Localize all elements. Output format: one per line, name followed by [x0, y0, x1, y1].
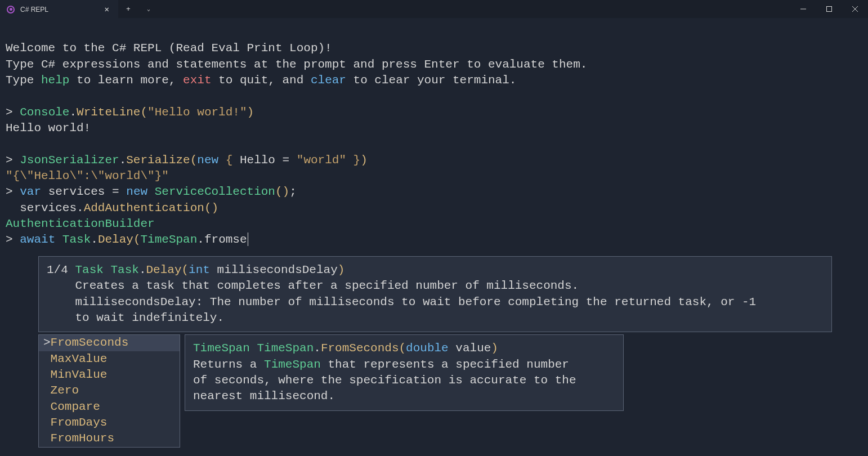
code-paren: (: [190, 154, 198, 167]
code-semi: ;: [289, 185, 297, 198]
code-method: Serialize: [126, 154, 190, 167]
code-method: WriteLine: [77, 106, 140, 119]
intro-text: to clear your terminal.: [346, 74, 516, 87]
completion-item-fromseconds[interactable]: >FromSeconds: [39, 335, 180, 351]
code-prop: Hello: [240, 154, 283, 167]
intro-text: to quit, and: [212, 74, 311, 87]
code-typed: fromse: [204, 233, 247, 246]
code-paren: (): [204, 202, 218, 214]
svg-rect-1: [827, 7, 832, 12]
sig-indent: [47, 279, 75, 292]
md-desc: that represents a specified number: [321, 358, 569, 371]
code-paren: ): [360, 154, 368, 167]
help-keyword: help: [41, 74, 69, 87]
md-type-ref: TimeSpan: [264, 358, 321, 371]
code-paren: (: [140, 106, 147, 119]
code-dot: .: [197, 233, 204, 246]
tab-title: C# REPL: [20, 6, 97, 14]
window-controls: [790, 0, 868, 18]
minimize-button[interactable]: [790, 0, 816, 18]
code-eq: =: [283, 154, 297, 167]
overload-count: 1/4: [47, 263, 75, 276]
code-text: services: [41, 185, 112, 198]
code-class: JsonSerializer: [20, 154, 119, 167]
completion-item-minvalue[interactable]: MinValue: [39, 367, 180, 383]
md-param-type: double: [406, 342, 449, 355]
code-dot: .: [119, 154, 127, 167]
md-class: TimeSpan: [257, 342, 314, 355]
code-dot: .: [91, 233, 98, 246]
code-class: ServiceCollection: [155, 185, 275, 198]
completion-item-maxvalue[interactable]: MaxValue: [39, 351, 180, 367]
sig-indent: [47, 311, 75, 324]
clear-keyword: clear: [311, 74, 346, 87]
signature-help-tooltip: 1/4 Task Task.Delay(int millisecondsDela…: [38, 256, 832, 332]
completion-list[interactable]: >FromSeconds MaxValue MinValue Zero Comp…: [38, 334, 180, 447]
sig-paren: (: [182, 263, 189, 276]
sig-space: [210, 263, 217, 276]
member-description-panel: TimeSpan TimeSpan.FromSeconds(double val…: [185, 334, 624, 410]
sig-method: Delay: [146, 263, 181, 276]
code-space: [218, 154, 226, 167]
md-paren: (: [399, 342, 406, 355]
sig-description: millisecondsDelay: The number of millise…: [75, 296, 756, 309]
titlebar: C# REPL ✕ + ⌄: [0, 0, 868, 18]
md-space: [250, 342, 257, 355]
sig-class: Task: [110, 263, 138, 276]
completion-item-compare[interactable]: Compare: [39, 399, 180, 415]
completion-item-fromhours[interactable]: FromHours: [39, 431, 180, 446]
code-paren: (): [275, 185, 289, 198]
code-keyword: await: [20, 233, 55, 246]
maximize-button[interactable]: [816, 0, 842, 18]
md-paren: ): [491, 342, 498, 355]
intro-line-2: Type C# expressions and statements at th…: [6, 58, 587, 71]
output-line: AuthenticationBuilder: [6, 217, 155, 230]
tab-icon: [7, 6, 15, 14]
md-space: [449, 342, 456, 355]
new-tab-button[interactable]: +: [118, 0, 138, 18]
sig-description: to wait indefinitely.: [75, 311, 224, 324]
intellisense-row: >FromSeconds MaxValue MinValue Zero Comp…: [38, 334, 862, 447]
code-eq: =: [112, 185, 126, 198]
code-method: Delay: [98, 233, 133, 246]
code-dot: .: [77, 202, 84, 214]
terminal-output[interactable]: Welcome to the C# REPL (Read Eval Print …: [0, 18, 868, 454]
tab-dropdown-button[interactable]: ⌄: [138, 0, 159, 18]
close-window-button[interactable]: [842, 0, 868, 18]
prompt: >: [6, 154, 20, 167]
md-return-type: TimeSpan: [193, 342, 250, 355]
tab-csharp-repl[interactable]: C# REPL ✕: [0, 0, 118, 18]
code-paren: (: [133, 233, 141, 246]
sig-param-name: millisecondsDelay: [217, 263, 338, 276]
code-paren: ): [247, 106, 254, 119]
completion-item-fromdays[interactable]: FromDays: [39, 415, 180, 431]
code-string: "world": [297, 154, 346, 167]
titlebar-tabs: C# REPL ✕ + ⌄: [0, 0, 159, 18]
code-brace: }: [346, 154, 360, 167]
sig-space: [104, 263, 111, 276]
code-text: services: [6, 202, 77, 214]
intro-text: to learn more,: [69, 74, 183, 87]
code-keyword: new: [126, 185, 147, 198]
sig-dot: .: [139, 263, 146, 276]
close-icon[interactable]: ✕: [102, 5, 111, 14]
sig-indent: [47, 296, 75, 309]
md-dot: .: [314, 342, 321, 355]
md-desc: Returns a: [193, 358, 264, 371]
sig-param-type: int: [189, 263, 210, 276]
sig-return-type: Task: [75, 263, 103, 276]
intro-line-1: Welcome to the C# REPL (Read Eval Print …: [6, 42, 332, 55]
text-cursor: [248, 233, 248, 246]
output-line: Hello world!: [6, 122, 91, 135]
prompt: >: [6, 185, 20, 198]
prompt: >: [6, 233, 20, 246]
code-keyword: var: [20, 185, 41, 198]
sig-description: Creates a task that completes after a sp…: [75, 279, 579, 292]
code-brace: {: [226, 154, 240, 167]
completion-item-zero[interactable]: Zero: [39, 383, 180, 399]
code-string: "Hello world!": [147, 106, 247, 119]
md-method: FromSeconds: [321, 342, 399, 355]
md-desc: of seconds, where the specification is a…: [193, 374, 576, 387]
md-desc: nearest millisecond.: [193, 390, 335, 403]
code-dot: .: [69, 106, 77, 119]
